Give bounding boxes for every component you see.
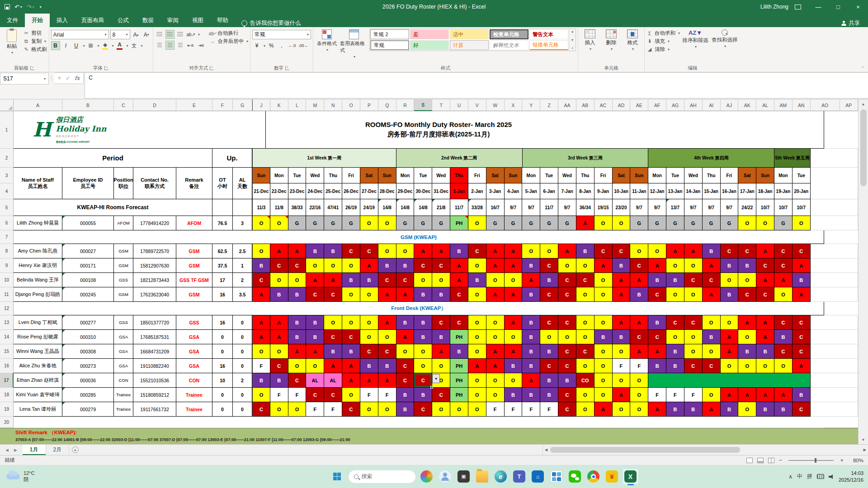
contact-cell[interactable]: 17623623040 [133, 287, 176, 302]
save-button[interactable] [5, 4, 10, 9]
shift-cell-B[interactable]: B [666, 344, 684, 359]
position-cell[interactable]: GSM [114, 287, 133, 302]
shift-cell-O[interactable]: O [360, 315, 378, 330]
column-header-AC[interactable]: AC [594, 99, 613, 111]
shift-cell-B[interactable]: B [774, 402, 793, 417]
shift-cell-B[interactable]: B [450, 244, 468, 258]
header-contact[interactable]: Contact No.联系方式 [133, 168, 176, 199]
row-header-17[interactable]: 17 [0, 373, 14, 388]
shift-cell-A[interactable]: A [342, 373, 360, 388]
taskbar-search[interactable]: 搜索 [348, 470, 416, 483]
forecast-cell[interactable]: 9/7 [684, 199, 703, 216]
shift-cell-B[interactable]: B [396, 388, 415, 402]
date-header[interactable]: 16-Jan [721, 183, 739, 199]
row-header-15[interactable]: 15 [0, 344, 14, 359]
shift-cell-F[interactable]: F [540, 402, 558, 417]
shift-cell-O[interactable]: O [468, 287, 486, 302]
empty-cells[interactable] [811, 168, 858, 199]
date-header[interactable]: 8-Jan [576, 183, 594, 199]
cell-style-解释性文本[interactable]: 解释性文本 [490, 40, 528, 50]
shift-cell-O[interactable]: O [505, 273, 523, 287]
collapse-ribbon-icon[interactable]: ⌃ [861, 66, 864, 70]
column-header-Q[interactable]: Q [378, 99, 396, 111]
weekday-header[interactable]: Mon [396, 168, 415, 183]
row-header-8[interactable]: 8 [0, 244, 14, 258]
shift-cell-B[interactable]: B [414, 287, 432, 302]
staff-name-cell[interactable]: Kimi Yuan 袁宇峻琦 [14, 388, 62, 402]
dialog-launcher-icon[interactable] [285, 66, 289, 70]
shift-cell-F[interactable]: F [486, 402, 505, 417]
shift-cell-A[interactable]: A [450, 273, 468, 287]
row-header-19[interactable]: 19 [0, 402, 14, 417]
weekday-header[interactable]: Sat [360, 168, 378, 183]
row-header-14[interactable]: 14 [0, 330, 14, 344]
shift-cell-O[interactable]: O [342, 287, 360, 302]
shift-cell-C[interactable]: C [594, 244, 613, 258]
shift-cell-A[interactable]: A [432, 244, 450, 258]
forecast-cell[interactable]: 38/33 [288, 199, 307, 216]
shift-cell-F[interactable]: F [306, 402, 324, 417]
shift-cell-O[interactable]: O [594, 216, 613, 230]
shift-cell-B[interactable]: B [738, 344, 756, 359]
position-cell[interactable]: GSS [114, 273, 133, 287]
shift-cell-O[interactable]: O [252, 244, 270, 258]
remark-cell[interactable]: GSM [176, 244, 212, 258]
shift-cell-A[interactable]: A [450, 258, 468, 273]
shift-cell-A[interactable]: A [486, 344, 505, 359]
close-button[interactable]: × [848, 0, 868, 14]
ot-cell[interactable]: 0 [212, 388, 233, 402]
remark-cell[interactable]: GSA [176, 359, 212, 373]
weekday-header[interactable]: Sun [252, 168, 270, 183]
shift-cell-O[interactable]: O [505, 373, 523, 388]
staff-name-cell[interactable]: Lena Tan 谭玲丽 [14, 402, 62, 417]
select-all-corner[interactable] [0, 99, 14, 111]
shift-cell-B[interactable]: B [703, 244, 721, 258]
contact-cell[interactable]: 19117661732 [133, 402, 176, 417]
shift-cell-A[interactable]: A [486, 359, 505, 373]
shift-cell-A[interactable]: A [342, 359, 360, 373]
shift-cell-O[interactable]: O [522, 244, 540, 258]
staff-name-cell[interactable]: Ethan Zhao 赵梓淇 [14, 373, 62, 388]
shift-cell-O[interactable]: O [306, 359, 324, 373]
position-cell[interactable]: GSS [114, 315, 133, 330]
date-header[interactable]: 31-Dec [432, 183, 450, 199]
shift-cell-C[interactable]: C [630, 330, 648, 344]
cut-button[interactable]: ✂剪切 [23, 30, 47, 37]
shift-cell-B[interactable]: B [721, 287, 739, 302]
empty-cells[interactable] [811, 258, 858, 273]
shift-cell-A[interactable]: A [703, 402, 721, 417]
shift-cell-O[interactable]: O [396, 244, 415, 258]
shift-cell-O[interactable]: O [324, 258, 342, 273]
font-size-select[interactable]: 8▾ [110, 30, 130, 39]
contact-cell[interactable]: 16684731209 [133, 344, 176, 359]
shift-cell-B[interactable]: B [324, 244, 342, 258]
employee-id-cell[interactable]: 000310 [62, 330, 114, 344]
insert-cells-button[interactable]: 插入▾ [580, 28, 600, 51]
row-header-12[interactable]: 12 [0, 302, 14, 315]
empty-cells[interactable] [811, 287, 858, 302]
ribbon-tab-视图[interactable]: 视图 [185, 14, 210, 27]
shift-cell-O[interactable]: O [342, 388, 360, 402]
forecast-cell[interactable]: 47/41 [324, 199, 342, 216]
shift-cell-C[interactable]: C [342, 244, 360, 258]
formula-input[interactable]: C [85, 72, 868, 99]
shift-cell-B[interactable]: B [540, 344, 558, 359]
forecast-cell[interactable]: 11/3 [252, 199, 270, 216]
shift-cell-C[interactable]: C [648, 330, 666, 344]
shift-cell-B[interactable]: B [522, 330, 540, 344]
contact-cell[interactable]: 15521010536 [133, 373, 176, 388]
ribbon-tab-文件[interactable]: 文件 [0, 14, 25, 27]
shift-cell-O[interactable]: O [468, 315, 486, 330]
date-header[interactable]: 23-Dec [288, 183, 307, 199]
date-header[interactable]: 9-Jan [594, 183, 613, 199]
shift-cell-O[interactable]: O [360, 287, 378, 302]
column-header-AH[interactable]: AH [684, 99, 703, 111]
weekday-header[interactable]: Wed [306, 168, 324, 183]
shift-cell-PH[interactable]: PH [450, 373, 468, 388]
scroll-down-icon[interactable]: ▼ [859, 435, 868, 444]
column-header-K[interactable]: K [270, 99, 288, 111]
shift-cell-O[interactable]: O [703, 388, 721, 402]
date-header[interactable]: 11-Jan [630, 183, 648, 199]
ribbon-tab-公式[interactable]: 公式 [111, 14, 136, 27]
cell-style-链接单元格[interactable]: 链接单元格 [529, 40, 568, 50]
